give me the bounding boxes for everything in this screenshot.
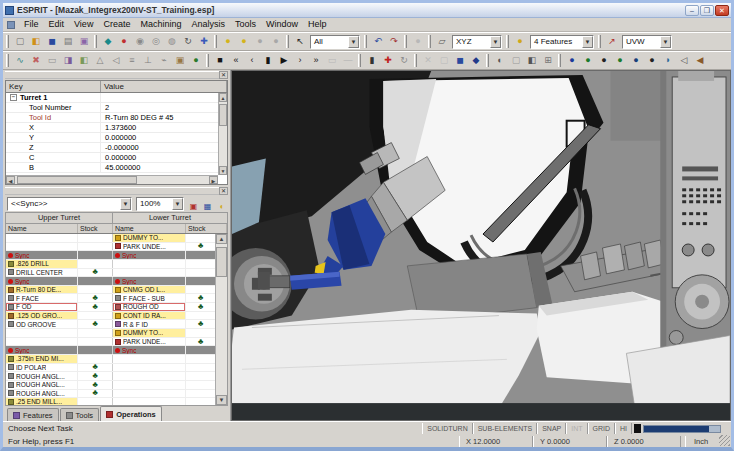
zoom-fit-icon[interactable]: ◍	[164, 34, 180, 49]
op-cell[interactable]: OD GROOVE	[6, 320, 78, 328]
op-cell[interactable]: Sync	[113, 251, 186, 259]
menu-window[interactable]: Window	[261, 18, 303, 31]
select-cursor-icon[interactable]: ↖	[292, 34, 308, 49]
op-row[interactable]: ROUGH ANGL...♣	[6, 390, 215, 399]
menu-create[interactable]: Create	[98, 18, 135, 31]
op-cell[interactable]: .826 DRILL	[6, 260, 78, 268]
op-cell[interactable]	[6, 234, 78, 242]
toolbar-handle[interactable]	[6, 35, 9, 48]
single-block-icon[interactable]: ▮	[364, 53, 380, 68]
op-row[interactable]: OD GROOVE♣R & F ID♣	[6, 320, 215, 329]
cut-disabled-icon[interactable]: ✕	[420, 53, 436, 68]
collapse-icon[interactable]: −	[10, 94, 17, 101]
op-stock-cell[interactable]	[78, 277, 113, 285]
op-stock-cell[interactable]	[78, 251, 113, 259]
save-icon[interactable]: ◼	[44, 34, 60, 49]
op-row[interactable]: ID POLAR♣	[6, 364, 215, 373]
op-stock-cell[interactable]: ♣	[78, 294, 113, 302]
turret-layout-icon[interactable]: ▦	[201, 200, 214, 213]
op-cell[interactable]: ID POLAR	[6, 364, 78, 372]
chevron-down-icon[interactable]: ▼	[660, 36, 671, 48]
fast-forward-icon[interactable]: »	[308, 53, 324, 68]
mode-grid[interactable]: GRID	[588, 423, 616, 434]
op-cell[interactable]: .375in END MI...	[6, 355, 78, 363]
mode-solidturn[interactable]: SOLIDTURN	[422, 423, 472, 434]
scroll-up-icon[interactable]: ▲	[216, 234, 227, 244]
shading-mode-icon[interactable]: ●	[236, 34, 252, 49]
op-row[interactable]: .25 END MILL...	[6, 398, 215, 406]
op-cell[interactable]	[113, 372, 186, 380]
op-row[interactable]: .826 DRILL	[6, 260, 215, 269]
simulate-icon[interactable]: ●	[188, 53, 204, 68]
compare-icon[interactable]: ◧	[524, 53, 540, 68]
op-stock-cell[interactable]	[186, 269, 215, 277]
sim-options-icon[interactable]: ◀	[692, 53, 708, 68]
op-cell[interactable]: R-Turn 80 DE...	[6, 286, 78, 294]
sync-select[interactable]: <<Sync>>▼	[7, 197, 132, 211]
kv-row[interactable]: Tool Number2	[6, 103, 227, 113]
sim-tool-icon[interactable]: ●	[628, 53, 644, 68]
op-stock-cell[interactable]	[186, 234, 215, 242]
op-stock-cell[interactable]	[78, 346, 113, 354]
copy-icon[interactable]: ▣	[76, 34, 92, 49]
kv-row[interactable]: Tool IdR-Turn 80 DEG # 45	[6, 113, 227, 123]
op-row[interactable]: .375in END MI...	[6, 355, 215, 364]
value-column-header[interactable]: Value	[101, 81, 227, 92]
op-cell[interactable]	[6, 338, 78, 346]
op-stock-cell[interactable]: ♣	[186, 243, 215, 251]
chevron-down-icon[interactable]: ▼	[120, 198, 131, 210]
op-row[interactable]: DUMMY TO...	[6, 329, 215, 338]
close-button[interactable]: ✕	[715, 5, 729, 16]
mode-sub-elements[interactable]: SUB-ELEMENTS	[473, 423, 537, 434]
collision-check-icon[interactable]: ✚	[380, 53, 396, 68]
op-row[interactable]: ROUGH ANGL...♣	[6, 372, 215, 381]
chevron-down-icon[interactable]: ▼	[348, 36, 359, 48]
op-stock-cell[interactable]: ♣	[186, 320, 215, 328]
sim-part-icon[interactable]: ●	[564, 53, 580, 68]
tool-change-time-icon[interactable]: ◖	[215, 200, 228, 213]
rotate-view-icon[interactable]: ↻	[180, 34, 196, 49]
lower-turret-header[interactable]: Lower Turret	[113, 213, 227, 223]
tab-operations[interactable]: Operations	[100, 406, 162, 421]
op-cell[interactable]	[113, 381, 186, 389]
rewind-start-icon[interactable]: «	[228, 53, 244, 68]
solid-icon[interactable]: ▣	[172, 53, 188, 68]
op-cell[interactable]: DUMMY TO...	[113, 234, 186, 242]
render-mode-icon[interactable]: ●	[220, 34, 236, 49]
open-file-icon[interactable]: ◧	[28, 34, 44, 49]
op-stock-cell[interactable]: ♣	[78, 303, 113, 311]
op-cell[interactable]: Sync	[6, 251, 78, 259]
to-end-icon[interactable]: ▭	[324, 53, 340, 68]
toolbar-handle[interactable]	[486, 54, 489, 67]
kv-row[interactable]: C0.000000	[6, 153, 227, 163]
op-stock-cell[interactable]: ♣	[186, 338, 215, 346]
step-forward-icon[interactable]: ›	[292, 53, 308, 68]
uvw-axis-icon[interactable]: ↗	[604, 34, 620, 49]
play-icon[interactable]: ▶	[276, 53, 292, 68]
op-row[interactable]: PARK UNDE...♣	[6, 338, 215, 347]
op-cell[interactable]: Sync	[6, 346, 78, 354]
op-cell[interactable]	[113, 390, 186, 398]
uvw-select[interactable]: UVW▼	[622, 35, 672, 49]
menu-machining[interactable]: Machining	[135, 18, 186, 31]
op-cell[interactable]: F FACE	[6, 294, 78, 302]
op-row[interactable]: F OD♣ROUGH OD♣	[6, 303, 215, 312]
toolbar-handle[interactable]	[428, 35, 431, 48]
op-cell[interactable]	[113, 355, 186, 363]
op-stock-cell[interactable]	[78, 234, 113, 242]
sync-tools-icon[interactable]: ▣	[187, 200, 200, 213]
speed-slider[interactable]: —	[340, 53, 356, 68]
chain-icon[interactable]: ∿	[12, 53, 28, 68]
op-cell[interactable]: ROUGH ANGL...	[6, 390, 78, 398]
op-stock-cell[interactable]	[186, 312, 215, 320]
menu-file[interactable]: File	[19, 18, 44, 31]
op-stock-cell[interactable]: ♣	[78, 269, 113, 277]
mode-snap[interactable]: SNAP	[537, 423, 566, 434]
op-stock-cell[interactable]	[186, 346, 215, 354]
stock-column-header[interactable]: Stock	[186, 224, 227, 233]
mode-hi[interactable]: HI	[615, 423, 632, 434]
op-cell[interactable]	[6, 243, 78, 251]
op-stock-cell[interactable]	[186, 355, 215, 363]
kv-row[interactable]: Z-0.000000	[6, 143, 227, 153]
op-stock-cell[interactable]	[186, 260, 215, 268]
